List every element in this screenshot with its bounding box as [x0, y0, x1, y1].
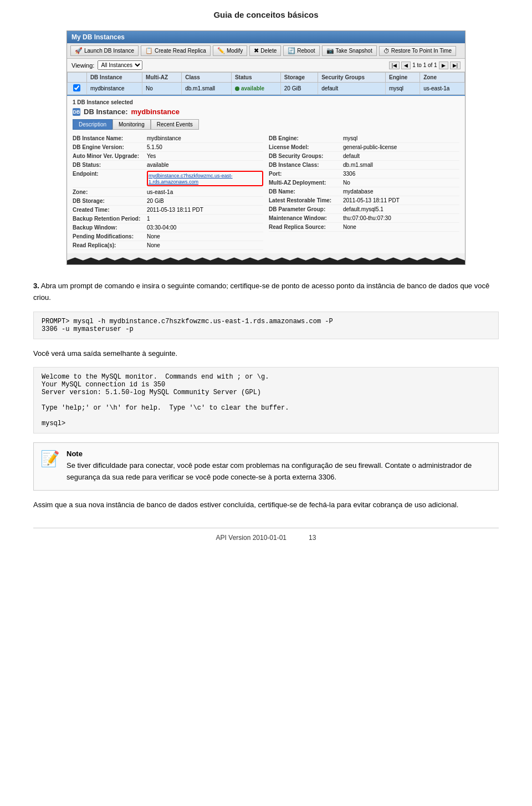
db-icon: DB — [73, 108, 80, 116]
aws-console-screenshot: My DB Instances 🚀 Launch DB Instance 📋 C… — [66, 30, 466, 265]
prev-page-button[interactable]: ◀ — [401, 62, 411, 69]
footer-api-version: API Version 2010-01-01 — [216, 534, 287, 542]
field-zone: Zone: us-east-1a — [73, 188, 263, 197]
detail-fields-right: DB Engine: mysql License Model: general-… — [269, 134, 459, 250]
field-db-instance-name: DB Instance Name: mydbinstance — [73, 134, 263, 143]
note-box: 📝 Note Se tiver dificuldade para conecta… — [33, 442, 499, 491]
field-maintenance-window: Maintenance Window: thu:07:00-thu:07:30 — [269, 214, 459, 223]
final-paragraph: Assim que a sua nova instância de banco … — [33, 499, 499, 511]
cell-class: db.m1.small — [182, 83, 232, 95]
status-dot — [235, 86, 239, 91]
note-text: Se tiver dificuldade para conectar, você… — [66, 460, 492, 483]
launch-db-instance-button[interactable]: 🚀 Launch DB Instance — [70, 45, 139, 56]
section3-text: 3. Abra um prompt de comando e insira o … — [33, 280, 499, 304]
field-backup-retention: Backup Retention Period: 1 — [73, 215, 263, 223]
field-engine-version: DB Engine Version: 5.1.50 — [73, 143, 263, 152]
page-title: Guia de conceitos básicos — [0, 0, 532, 25]
saida-text: Você verá uma saída semelhante à seguint… — [33, 348, 499, 360]
detail-panel: 1 DB Instance selected DB DB Instance: m… — [67, 95, 465, 253]
console-toolbar: 🚀 Launch DB Instance 📋 Create Read Repli… — [67, 43, 465, 59]
section3-body: Abra um prompt de comando e insira o seg… — [33, 282, 489, 302]
endpoint-highlight: mydbinstance.c7hszkfowzmc.us-east-1.rds.… — [147, 171, 263, 186]
page-footer: API Version 2010-01-01 13 — [33, 528, 499, 542]
col-zone: Zone — [420, 73, 465, 83]
create-read-replica-button[interactable]: 📋 Create Read Replica — [141, 45, 211, 56]
status-text: available — [241, 85, 264, 91]
field-endpoint: Endpoint: mydbinstance.c7hszkfowzmc.us-e… — [73, 170, 263, 188]
note-icon: 📝 — [40, 450, 60, 468]
field-db-status: DB Status: available — [73, 161, 263, 170]
cell-status: available — [231, 83, 280, 95]
detail-fields-left: DB Instance Name: mydbinstance DB Engine… — [73, 134, 263, 250]
next-page-button[interactable]: ▶ — [439, 62, 448, 69]
field-backup-window: Backup Window: 03:30-04:00 — [73, 223, 263, 232]
col-multi-az: Multi-AZ — [142, 73, 182, 83]
field-db-name: DB Name: mydatabase — [269, 187, 459, 196]
snapshot-icon: 📷 — [326, 47, 334, 54]
field-license-model: License Model: general-public-license — [269, 143, 459, 152]
last-page-button[interactable]: ▶| — [450, 62, 461, 69]
cell-security-groups: default — [318, 83, 386, 95]
col-checkbox — [68, 73, 87, 83]
tab-monitoring[interactable]: Monitoring — [112, 119, 151, 130]
field-multi-az-deployment: Multi-AZ Deployment: No — [269, 178, 459, 187]
wave-decoration — [67, 254, 465, 264]
col-status: Status — [231, 73, 280, 83]
note-title: Note — [66, 450, 492, 458]
field-latest-restorable: Latest Restorable Time: 2011-05-13 18:11… — [269, 196, 459, 205]
field-created-time: Created Time: 2011-05-13 18:11 PDT — [73, 206, 263, 215]
launch-icon: 🚀 — [75, 47, 83, 54]
viewing-label: Viewing: — [71, 62, 94, 69]
detail-fields-grid: DB Instance Name: mydbinstance DB Engine… — [73, 134, 459, 250]
field-db-engine: DB Engine: mysql — [269, 134, 459, 143]
field-parameter-group: DB Parameter Group: default.mysql5.1 — [269, 205, 459, 214]
section-number: 3. — [33, 282, 39, 290]
instance-label: DB Instance: — [84, 108, 127, 116]
tab-recent-events[interactable]: Recent Events — [151, 119, 199, 130]
col-class: Class — [182, 73, 232, 83]
restore-point-button[interactable]: ⏱ Restore To Point In Time — [379, 46, 456, 56]
welcome-code-block: Welcome to the MySQL monitor. Commands e… — [33, 367, 499, 433]
tab-description[interactable]: Description — [73, 119, 112, 130]
footer-page-number: 13 — [309, 534, 316, 542]
reboot-button[interactable]: 🔄 Reboot — [283, 45, 319, 56]
first-page-button[interactable]: |◀ — [389, 62, 400, 69]
field-db-instance-class: DB Instance Class: db.m1.small — [269, 161, 459, 170]
selected-info: 1 DB Instance selected — [73, 99, 459, 105]
row-checkbox[interactable] — [68, 83, 87, 95]
field-read-replicas: Read Replica(s): None — [73, 241, 263, 250]
cell-storage: 20 GiB — [280, 83, 318, 95]
instance-name-value: mydbinstance — [131, 108, 179, 116]
field-db-storage: DB Storage: 20 GiB — [73, 197, 263, 206]
viewing-bar: Viewing: All Instances |◀ ◀ 1 to 1 of 1 … — [67, 59, 465, 72]
console-title-bar: My DB Instances — [67, 31, 465, 43]
instance-title-bar: DB DB Instance: mydbinstance — [73, 108, 459, 116]
col-db-instance: DB Instance — [86, 73, 142, 83]
cell-engine: mysql — [385, 83, 420, 95]
modify-icon: ✏️ — [217, 47, 225, 54]
replica-icon: 📋 — [145, 47, 153, 54]
cell-zone: us-east-1a — [420, 83, 465, 95]
field-read-replica-source: Read Replica Source: None — [269, 223, 459, 232]
delete-button[interactable]: ✖ Delete — [249, 45, 281, 56]
pagination: |◀ ◀ 1 to 1 of 1 ▶ ▶| — [389, 62, 461, 69]
viewing-dropdown[interactable]: All Instances — [98, 60, 142, 70]
pagination-text: 1 to 1 of 1 — [412, 62, 437, 68]
cell-multi-az: No — [142, 83, 182, 95]
take-snapshot-button[interactable]: 📷 Take Snapshot — [322, 45, 377, 56]
instances-table: DB Instance Multi-AZ Class Status Storag… — [67, 72, 465, 95]
col-engine: Engine — [385, 73, 420, 83]
field-pending-modifications: Pending Modifications: None — [73, 232, 263, 241]
field-db-security-groups: DB Security Groups: default — [269, 152, 459, 161]
col-storage: Storage — [280, 73, 318, 83]
col-security-groups: Security Groups — [318, 73, 386, 83]
reboot-icon: 🔄 — [288, 47, 295, 54]
restore-icon: ⏱ — [383, 48, 390, 54]
prompt-code-block: PROMPT> mysql -h mydbinstance.c7hszkfowz… — [33, 312, 499, 339]
cell-db-instance: mydbinstance — [86, 83, 142, 95]
table-row[interactable]: mydbinstance No db.m1.small available 20… — [68, 83, 465, 95]
note-content: Note Se tiver dificuldade para conectar,… — [66, 450, 492, 483]
modify-button[interactable]: ✏️ Modify — [213, 45, 247, 56]
field-port: Port: 3306 — [269, 170, 459, 178]
field-auto-minor: Auto Minor Ver. Upgrade: Yes — [73, 152, 263, 161]
